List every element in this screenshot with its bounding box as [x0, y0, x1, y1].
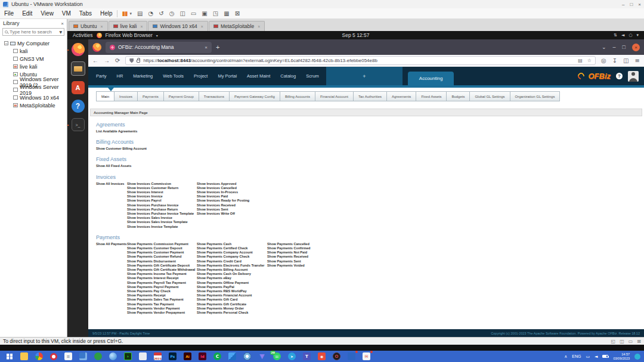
taskbar-dark-app-icon[interactable]: O — [333, 352, 340, 360]
ofbiz-link[interactable]: Show Payments Income Tax Payment — [127, 272, 197, 276]
send-ctrl-alt-del-button[interactable]: ▤ — [137, 10, 143, 17]
subtab[interactable]: Financial Account — [315, 91, 354, 101]
tree-node-vm[interactable]: GNS3 VM — [4, 55, 67, 62]
tree-node-vm[interactable]: ▮▮ MetaSploitable — [4, 102, 67, 109]
menu-item[interactable]: Edit — [18, 10, 36, 17]
nav-link[interactable]: HR — [117, 73, 123, 79]
nav-link[interactable]: Scrum — [306, 73, 319, 79]
subtab[interactable]: Global GL Settings — [469, 91, 510, 101]
notification-center-icon[interactable] — [634, 354, 640, 360]
nav-link[interactable]: Asset Maint — [247, 73, 270, 79]
ofbiz-link[interactable]: Show Invoices Purchase Invoice — [127, 203, 197, 208]
ofbiz-link[interactable]: Show Payments Receipt — [127, 293, 197, 298]
power-icon[interactable]: ○ — [628, 33, 632, 38]
ofbiz-link[interactable]: Show Invoices Commission — [127, 182, 197, 186]
ofbiz-link[interactable]: Show Payments Customer Deposit — [127, 246, 197, 250]
ofbiz-link[interactable]: Show Invoices Cancelled — [197, 186, 267, 190]
tree-node-vm[interactable]: Windows Server 2019 — [4, 86, 67, 93]
ofbiz-link[interactable]: Show Payments Vendor Payment — [127, 307, 197, 311]
network-icon[interactable]: ⇅ — [614, 33, 617, 38]
ofbiz-link[interactable]: Show Payments Gift Card — [197, 298, 267, 302]
taskbar-green-app-icon[interactable] — [94, 352, 102, 360]
sidebar-icon[interactable]: ◫ — [623, 57, 628, 64]
ofbiz-link[interactable]: Show All Fixed Assets — [96, 164, 131, 168]
subtab[interactable]: Payments — [137, 91, 164, 101]
status-panel-icon-3[interactable]: ▭ — [628, 339, 633, 344]
taskbar-telegram-icon[interactable]: ➤ — [288, 352, 296, 360]
fullscreen-button[interactable]: ▣ — [202, 10, 207, 17]
ofbiz-link[interactable]: Show Payments Customer Refund — [127, 255, 197, 259]
ofbiz-link[interactable]: Show Invoices Sent — [197, 208, 267, 212]
nav-link[interactable]: Project — [194, 73, 208, 79]
ofbiz-link[interactable]: Show Payments Electronic Funds Transfer — [197, 264, 267, 268]
ofbiz-link[interactable]: Show Payments Cash — [197, 242, 267, 246]
ofbiz-link[interactable]: Show Payments RBS WorldPay — [197, 289, 267, 293]
new-tab-button[interactable]: + — [216, 44, 219, 51]
ofbiz-link[interactable]: Show Payments Not Paid — [267, 250, 310, 255]
activities-button[interactable]: Activities — [73, 32, 93, 38]
downloads-icon[interactable]: ↧ — [612, 57, 617, 64]
menu-item[interactable]: File — [0, 10, 18, 17]
library-search-box[interactable]: ▼ — [2, 28, 64, 36]
volume-icon[interactable]: ◄ — [621, 33, 624, 38]
suspend-button[interactable]: ▮▮ — [122, 10, 128, 17]
subtab[interactable]: Budgets — [446, 91, 470, 101]
ofbiz-link[interactable]: Show Payments Offline Payment — [197, 281, 267, 285]
ofbiz-link[interactable]: Show Payments Sent — [267, 259, 310, 264]
ofbiz-link[interactable]: Show Invoices Approved — [197, 182, 267, 186]
terminal-dock-icon[interactable]: • >_ — [72, 118, 85, 131]
ofbiz-link[interactable]: Show Payments Commission Payment — [127, 242, 197, 246]
library-close-icon[interactable]: × — [61, 21, 64, 26]
taskbar-whatsapp-icon[interactable]: ☏ 20 — [273, 352, 281, 360]
subtab[interactable]: Transactions — [199, 91, 230, 101]
taskbar-calendar-icon[interactable]: 2023 — [154, 352, 162, 360]
tab-close-icon[interactable]: × — [205, 45, 208, 50]
ofbiz-link[interactable]: Show Payments Money Order — [197, 307, 267, 311]
ofbiz-link[interactable]: Show Payments Pay Check — [127, 289, 197, 293]
taskbar-vscode-icon[interactable] — [228, 352, 236, 360]
https-lock-icon[interactable] — [137, 60, 140, 63]
taskbar-chrome-icon[interactable] — [35, 352, 43, 360]
ofbiz-link[interactable]: Show Invoices Payrol — [127, 199, 197, 203]
tray-chevron-icon[interactable]: ∧ — [564, 354, 567, 359]
nav-more-button[interactable]: + — [326, 67, 402, 85]
system-menu-caret-icon[interactable]: ▾ — [636, 33, 639, 38]
ofbiz-link[interactable]: List Available Agreements — [96, 129, 137, 134]
ofbiz-link[interactable]: Show Payments Cash On Delivery — [197, 272, 267, 276]
taskbar-globe-app-icon[interactable] — [109, 352, 117, 360]
snapshot-revert-button[interactable]: ↺ — [159, 10, 163, 17]
nav-link[interactable]: Catalog — [280, 73, 296, 79]
ofbiz-link[interactable]: Show Payments Company Check — [197, 255, 267, 259]
reload-button[interactable]: ⟳ — [115, 57, 120, 64]
nav-link[interactable]: My Portal — [218, 73, 237, 79]
tree-node-my-computer[interactable]: − My Computer — [4, 40, 67, 47]
nav-link[interactable]: Marketing — [133, 73, 153, 79]
taskbar-notepad-icon[interactable]: ≡ — [64, 352, 72, 360]
reader-mode-icon[interactable]: ▤ — [578, 58, 583, 63]
ofbiz-link[interactable]: Show Payments Vendor Prepayment — [127, 311, 197, 315]
ofbiz-link[interactable]: Show Invoices In-Process — [197, 190, 267, 194]
tracking-protection-shield-icon[interactable] — [129, 58, 134, 63]
ofbiz-link[interactable]: Show All Payments — [96, 242, 127, 246]
files-dock-icon[interactable] — [71, 61, 85, 76]
firefox-maximize-button[interactable]: □ — [623, 44, 626, 50]
browser-tab[interactable]: OFBiz: Accounting Mana × — [106, 42, 212, 53]
firefox-dock-icon[interactable]: • — [72, 43, 85, 56]
ofbiz-link[interactable]: Show Invoices Paid — [197, 194, 267, 199]
ofbiz-link[interactable]: Show Payments Interest Receipt — [127, 276, 197, 280]
firefox-close-button[interactable]: × — [632, 44, 640, 51]
vm-tab[interactable]: Ubuntu × — [69, 21, 108, 31]
ofbiz-link[interactable]: Show Payments Payroll Tax Payment — [127, 281, 197, 285]
vm-tab-close-icon[interactable]: × — [201, 24, 203, 29]
ofbiz-link[interactable]: Show Payments Financial Account — [197, 293, 267, 298]
ubuntu-clock[interactable]: Sep 5 12:57 — [342, 32, 370, 38]
taskbar-explorer-icon[interactable] — [20, 352, 28, 360]
nav-link[interactable]: Web Tools — [163, 73, 184, 79]
ofbiz-link[interactable]: Show Payments Payrol Payment — [127, 285, 197, 289]
taskbar-clock[interactable]: 14:57 03/09/2023 — [613, 352, 630, 360]
ofbiz-link[interactable]: Show Payments Confirmed — [267, 246, 310, 250]
vm-tab-close-icon[interactable]: × — [258, 24, 260, 29]
ofbiz-link[interactable]: Show Invoices Interest — [127, 190, 197, 194]
ofbiz-link[interactable]: Show Payments PayPal — [197, 285, 267, 289]
subtab[interactable]: Payment Group — [163, 91, 199, 101]
